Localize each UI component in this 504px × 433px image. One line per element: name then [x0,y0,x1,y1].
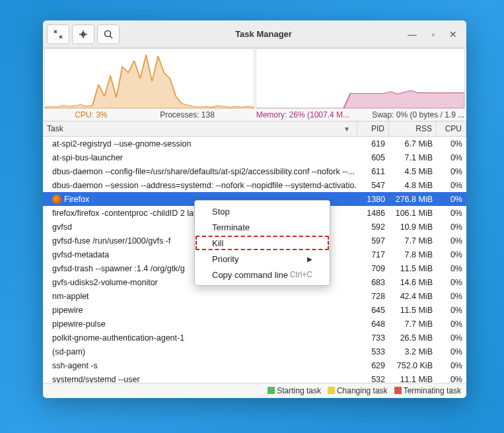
cell-task: dbus-daemon --config-file=/usr/share/def… [52,167,357,176]
memory-status: Memory: 26% (1007.4 M... [235,110,370,119]
process-row[interactable]: pipewire64511.5 MiB0% [43,303,466,317]
cell-cpu: 0% [437,236,466,246]
svg-point-1 [105,30,111,36]
cell-cpu: 0% [437,333,466,343]
cell-rss: 7.1 MiB [389,153,437,162]
cell-pid: 611 [357,167,389,176]
cell-task: nm-applet [52,292,357,301]
cell-task: at-spi2-registryd --use-gnome-session [52,139,357,149]
process-row[interactable]: systemd/systemd --user53211.1 MiB0% [43,372,466,383]
menu-copy-command-line[interactable]: Copy command lineCtrl+C [195,267,330,283]
cell-cpu: 0% [437,319,466,329]
cell-cpu: 0% [437,306,466,315]
column-headers: Task▼ PID RSS CPU [43,121,466,137]
cell-cpu: 0% [437,278,466,287]
cell-rss: 14.6 MiB [389,278,437,287]
cell-pid: 717 [357,250,389,259]
cell-cpu: 0% [437,181,466,190]
context-menu: Stop Terminate Kill Priority▶ Copy comma… [194,200,330,286]
processes-status: Processes: 138 [139,110,236,119]
cell-rss: 4.5 MiB [389,167,437,176]
cell-rss: 3.2 MiB [389,347,437,356]
graphs-area [43,48,466,109]
cell-pid: 709 [357,264,389,273]
cell-pid: 619 [357,139,389,149]
header-pid[interactable]: PID [357,121,389,136]
process-row[interactable]: at-spi-bus-launcher6057.1 MiB0% [43,150,466,164]
cell-cpu: 0% [437,153,466,162]
cell-task: ssh-agent -s [52,361,357,370]
cell-cpu: 0% [437,292,466,301]
settings-button[interactable] [47,24,69,44]
cell-task: dbus-daemon --session --address=systemd:… [52,181,357,190]
cell-cpu: 0% [437,264,466,273]
cell-cpu: 0% [437,375,466,383]
cell-cpu: 0% [437,250,466,259]
cell-pid: 645 [357,306,389,315]
header-cpu[interactable]: CPU [437,121,466,136]
cell-rss: 11.5 MiB [389,264,437,273]
header-rss[interactable]: RSS [389,121,437,136]
window-controls: — ▫ ✕ [408,29,462,40]
process-row[interactable]: polkit-gnome-authentication-agent-173326… [43,331,466,345]
cell-pid: 629 [357,361,389,370]
cell-pid: 533 [357,347,389,356]
identify-button[interactable] [72,24,94,44]
cell-rss: 7.8 MiB [389,250,437,259]
firefox-icon [52,195,61,204]
menu-kill[interactable]: Kill [195,235,330,251]
cpu-status: CPU: 3% [43,110,139,119]
header-task[interactable]: Task▼ [43,121,357,136]
close-button[interactable]: ✕ [449,29,457,40]
cell-cpu: 0% [437,222,466,232]
cell-rss: 11.5 MiB [389,306,437,315]
menu-priority[interactable]: Priority▶ [195,251,330,267]
process-row[interactable]: ssh-agent -s629752.0 KiB0% [43,358,466,372]
cell-cpu: 0% [437,139,466,149]
cell-rss: 10.9 MiB [389,222,437,232]
process-row[interactable]: pipewire-pulse6487.7 MiB0% [43,317,466,331]
cell-pid: 1486 [357,209,389,218]
memory-graph[interactable] [256,48,466,109]
process-row[interactable]: at-spi2-registryd --use-gnome-session619… [43,137,466,150]
process-row[interactable]: nm-applet72842.4 MiB0% [43,289,466,303]
legend-terminating: Terminating task [394,386,461,395]
minimize-button[interactable]: — [408,29,417,40]
cell-task: pipewire-pulse [52,319,357,329]
cell-rss: 26.5 MiB [389,333,437,343]
cell-pid: 683 [357,278,389,287]
process-row[interactable]: dbus-daemon --session --address=systemd:… [43,178,466,192]
cell-task: at-spi-bus-launcher [52,153,357,162]
menu-terminate[interactable]: Terminate [195,219,330,235]
cell-cpu: 0% [437,347,466,356]
search-button[interactable] [97,24,120,44]
window-title: Task Manager [122,29,405,39]
process-row[interactable]: dbus-daemon --config-file=/usr/share/def… [43,164,466,178]
cell-pid: 1380 [357,195,389,204]
cell-rss: 752.0 KiB [389,361,437,370]
cell-pid: 733 [357,333,389,343]
maximize-button[interactable]: ▫ [431,29,435,40]
cell-task: pipewire [52,306,357,315]
cell-rss: 6.7 MiB [389,139,437,149]
process-row[interactable]: (sd-pam)5333.2 MiB0% [43,345,466,358]
cell-cpu: 0% [437,195,466,204]
cpu-graph[interactable] [44,48,254,109]
cell-task: polkit-gnome-authentication-agent-1 [52,333,357,343]
cell-pid: 648 [357,319,389,329]
cell-rss: 11.1 MiB [389,375,437,383]
cell-rss: 106.1 MiB [389,209,437,218]
cell-rss: 7.7 MiB [389,236,437,246]
legend-starting: Starting task [268,386,321,395]
swap-status: Swap: 0% (0 bytes / 1.9 ... [370,110,466,119]
cell-pid: 592 [357,222,389,232]
legend: Starting task Changing task Terminating … [43,383,466,398]
cell-cpu: 0% [437,361,466,370]
cell-task: (sd-pam) [52,347,357,356]
cell-cpu: 0% [437,167,466,176]
menu-stop[interactable]: Stop [195,203,330,219]
cell-cpu: 0% [437,209,466,218]
legend-changing: Changing task [328,386,388,395]
cell-task: systemd/systemd --user [52,375,357,383]
shortcut-label: Ctrl+C [290,270,312,279]
